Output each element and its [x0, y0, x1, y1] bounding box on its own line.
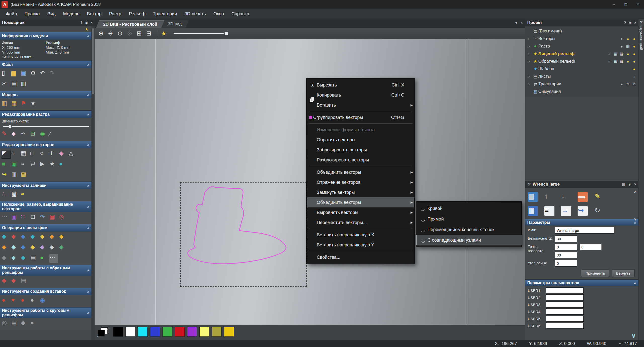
tooth-icon[interactable]: ♙ [632, 81, 637, 86]
add-icon[interactable]: + [632, 74, 637, 79]
text-tool-icon[interactable]: T [49, 150, 58, 159]
project-tree-item[interactable]: ▤(Без имени) [525, 27, 638, 35]
move-up-icon[interactable]: ↑ [544, 192, 554, 202]
section-header[interactable]: Файл∧ [0, 61, 91, 68]
minimize-button[interactable]: – [608, 0, 620, 9]
visibility-icon[interactable]: ● [632, 59, 637, 64]
close-icon[interactable]: × [634, 182, 636, 186]
section-header[interactable]: Положение, размер, выравнивание векторов… [0, 201, 91, 212]
fill-wave-icon[interactable]: ≈ [21, 190, 30, 199]
menubar-item[interactable]: Файл [2, 9, 21, 19]
menubar-item[interactable]: Вид [44, 9, 59, 19]
palette-swatch[interactable] [175, 327, 185, 337]
bookmark-star-icon[interactable]: ★ [161, 30, 168, 37]
palette-swatch[interactable] [187, 327, 197, 337]
context-menu-item[interactable]: Объединить векторы▶ [307, 197, 414, 207]
pin-icon[interactable]: ◉ [85, 21, 88, 25]
zoom-out-icon[interactable]: ⊖ [108, 30, 115, 37]
inlay-icon[interactable]: ● [2, 296, 11, 306]
calculate-toolpath-icon[interactable]: ▦ [528, 206, 538, 216]
tab-2d-view[interactable]: 2D Вид - Растровый слой [96, 20, 164, 28]
relief-op-icon[interactable]: ◆ [21, 233, 30, 242]
a-axis-input[interactable] [555, 260, 577, 267]
relief-op-icon[interactable]: ◆ [30, 243, 39, 252]
relief-op-icon[interactable]: ◆ [2, 243, 11, 252]
project-tree-item[interactable]: ▷≈Векторы+●● [525, 35, 638, 42]
redo-icon[interactable]: ↷ [49, 69, 58, 78]
section-header[interactable]: Редактирование векторов∧ [0, 141, 91, 148]
add-color-icon[interactable]: ⊞ [30, 130, 39, 139]
eraser-icon[interactable]: ◆ [11, 130, 20, 139]
expander-icon[interactable]: ▷ [528, 82, 532, 86]
add-icon[interactable]: + [607, 59, 612, 64]
move-down-icon[interactable]: ↓ [561, 192, 571, 202]
assistant-scrollbar[interactable] [91, 26, 95, 340]
collapse-icon[interactable]: ∨ [628, 182, 631, 186]
tooth-icon[interactable]: ♙ [625, 81, 630, 86]
spline-icon[interactable]: ≈ [21, 160, 30, 169]
back-relief-icon[interactable]: ◆ [11, 277, 20, 286]
menubar-item[interactable]: Рельеф [125, 9, 149, 19]
context-menu-item[interactable]: Вставить направляющую X [307, 230, 414, 240]
collapse-chevron-icon[interactable]: ∧ [634, 281, 636, 285]
paint-brush-icon[interactable]: ✎ [2, 130, 11, 139]
paste-icon[interactable]: ▥ [21, 80, 30, 89]
palette-swatch[interactable] [126, 327, 135, 337]
inlay-icon[interactable]: ● [21, 296, 30, 306]
submenu-item[interactable]: ◡Кривой [416, 203, 521, 214]
relief-op-icon[interactable]: ◆ [2, 233, 11, 242]
context-menu-item[interactable]: Выровнять векторы▶ [307, 207, 414, 218]
edit-toolpath-icon[interactable]: ✎ [594, 192, 604, 202]
zoom-in-icon[interactable]: ⊕ [98, 30, 106, 37]
relief-op-icon[interactable]: ● [40, 254, 49, 263]
home-z-input[interactable] [555, 252, 577, 258]
project-tree-item[interactable]: ★Шаблон● [525, 65, 638, 73]
rotary-relief-icon[interactable]: ● [30, 319, 39, 328]
rotary-relief-icon[interactable]: ◆ [21, 319, 30, 328]
color-picker-icon[interactable]: ✒ [21, 130, 30, 139]
tab-3d-view[interactable]: 3D вид [161, 20, 189, 28]
collapse-chevron-icon[interactable]: ∧ [87, 63, 89, 66]
open-model-icon[interactable]: ▆ [11, 69, 20, 78]
undo-icon[interactable]: ↶ [40, 69, 49, 78]
zoom-objects-icon[interactable]: ⊟ [146, 30, 153, 37]
expander-icon[interactable]: ▷ [528, 37, 532, 40]
view-list-icon[interactable]: ▾ [515, 21, 517, 25]
visibility-icon[interactable]: ● [625, 59, 630, 64]
fill-dots-icon[interactable]: ∴ [2, 190, 11, 199]
section-header[interactable]: Инструменты работы с обратным рельефом∧ [0, 265, 91, 276]
palette-swatch[interactable] [138, 327, 148, 337]
name-input[interactable] [555, 227, 614, 234]
revert-button[interactable]: Вернуть [612, 269, 635, 277]
save-model-icon[interactable]: ▣ [21, 69, 30, 78]
add-icon[interactable]: + [619, 44, 624, 49]
submenu-item[interactable]: ◡Прямой [416, 214, 521, 224]
collapse-chevron-icon[interactable]: ∧ [87, 184, 89, 187]
replace-color-icon[interactable]: ◉ [40, 130, 49, 139]
menubar-item[interactable]: Справка [228, 9, 253, 19]
collapse-chevron-icon[interactable]: ∧ [87, 205, 89, 208]
offset-vectors-icon[interactable]: ■ [2, 160, 11, 169]
menubar-item[interactable]: Траектория [149, 9, 181, 19]
scroll-up-icon[interactable]: ∧ [634, 189, 637, 194]
apply-button[interactable]: Применить [581, 269, 609, 277]
spacing-icon[interactable]: ∷ [21, 213, 30, 222]
vector-doctor-icon[interactable]: ▩ [21, 171, 30, 180]
section-header[interactable]: Модель∧ [0, 91, 91, 98]
context-menu-item[interactable]: Заблокировать векторы [307, 145, 414, 155]
circle-tool-icon[interactable]: ○ [40, 150, 49, 159]
palette-swatch[interactable] [212, 327, 222, 337]
favorites-star-icon[interactable]: ★ [85, 26, 89, 32]
swap-colors-icon[interactable]: ⇄ [107, 327, 110, 330]
palette-swatch[interactable] [113, 327, 123, 337]
visibility-icon[interactable]: ● [632, 66, 637, 71]
vector-eraser-icon[interactable]: ◆ [59, 150, 68, 159]
user-param-input[interactable] [546, 301, 584, 308]
back-relief-icon[interactable]: ▤ [21, 277, 30, 286]
expander-icon[interactable]: ▷ [528, 75, 532, 78]
help-icon[interactable]: ? [80, 21, 83, 25]
grid-icon[interactable]: ▦ [625, 44, 630, 49]
rectangle-tool-icon[interactable]: □ [30, 150, 39, 159]
home-y-input[interactable] [580, 244, 602, 250]
panel-scroll-down-icon[interactable]: ∨ [631, 332, 636, 339]
